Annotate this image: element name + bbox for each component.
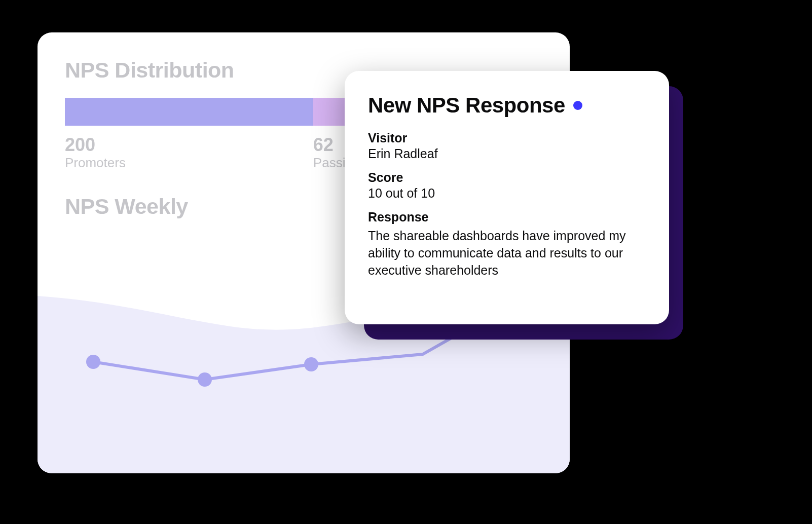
bar-segment-promoters: [65, 98, 313, 126]
score-value: 10 out of 10: [368, 186, 646, 201]
visitor-value: Erin Radleaf: [368, 146, 646, 161]
visitor-label: Visitor: [368, 131, 646, 145]
response-value: The shareable dashboards have improved m…: [368, 228, 642, 279]
response-label: Response: [368, 210, 646, 224]
svg-point-1: [198, 372, 212, 387]
promoters-count: 200: [65, 135, 313, 155]
score-label: Score: [368, 170, 646, 185]
dist-label-promoters: 200 Promoters: [65, 135, 313, 171]
status-dot-icon: [573, 101, 582, 110]
popup-title-row: New NPS Response: [368, 93, 646, 118]
svg-point-0: [86, 355, 100, 369]
svg-point-2: [304, 357, 318, 371]
nps-response-popup: New NPS Response Visitor Erin Radleaf Sc…: [345, 71, 669, 324]
promoters-label: Promoters: [65, 155, 313, 171]
popup-title: New NPS Response: [368, 93, 565, 118]
